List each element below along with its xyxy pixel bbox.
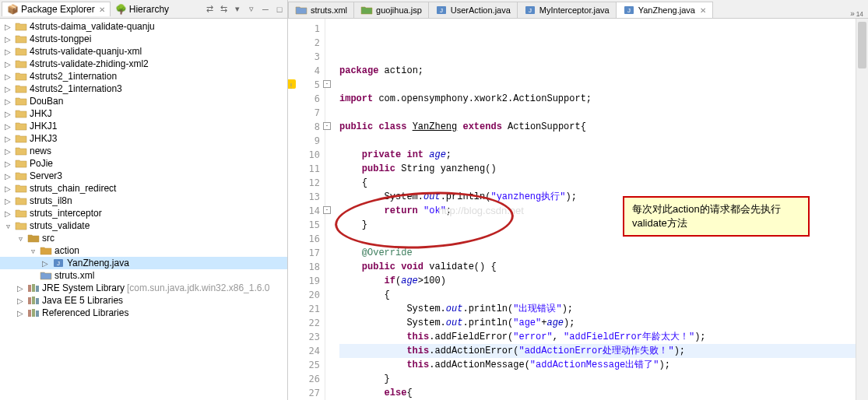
tree-item[interactable]: ▷struts_il8n	[0, 195, 287, 207]
tree-item[interactable]: ▷4struts2_1internation3	[0, 82, 287, 95]
vertical-scrollbar[interactable]	[856, 19, 868, 400]
expand-icon[interactable]: ▷	[3, 72, 12, 81]
tree-item[interactable]: ▷struts_interceptor	[0, 207, 287, 219]
editor-tab[interactable]: guojihua.jsp	[353, 2, 429, 18]
line-number: 14-	[288, 204, 320, 218]
code-line[interactable]: this.addFieldError("error", "addFieldErr…	[339, 330, 868, 344]
filter-icon[interactable]: ▾	[231, 3, 244, 16]
close-icon[interactable]: ✕	[700, 6, 706, 15]
code-line[interactable]: public void validate() {	[339, 260, 868, 274]
line-number: 17	[288, 246, 320, 260]
tree-item[interactable]: ▷PoJie	[0, 157, 287, 170]
tree-item[interactable]: ▷JHKJ1	[0, 120, 287, 132]
code-line[interactable]: this.addActionMessage("addActionMessage出…	[339, 358, 868, 372]
expand-icon[interactable]: ▷	[40, 259, 50, 268]
code-line[interactable]: }	[339, 372, 868, 386]
expand-icon[interactable]: ▷	[3, 122, 12, 131]
editor-tab[interactable]: JMyInterceptor.java	[517, 2, 617, 18]
chevron-icon: »	[850, 9, 855, 18]
expand-icon[interactable]: ▷	[3, 147, 12, 156]
code-line[interactable]: package action;	[339, 64, 868, 78]
expand-icon[interactable]: ▷	[16, 309, 25, 318]
package-icon	[40, 245, 52, 256]
code-line[interactable]: this.addActionError("addActionError处理动作失…	[339, 344, 868, 358]
tree-label: Server3	[30, 170, 62, 181]
tree-label: JRE System Library	[42, 282, 125, 293]
expand-icon[interactable]: ▷	[3, 47, 12, 56]
code-line[interactable]: private int age;	[339, 148, 868, 162]
maximize-icon[interactable]: □	[273, 3, 286, 16]
tree-item[interactable]: ▷4struts-validate-zhiding-xml2	[0, 58, 287, 70]
tab-label: struts.xml	[311, 5, 347, 15]
tree-item[interactable]: ▷4struts-validate-quanju-xml	[0, 45, 287, 58]
project-tree[interactable]: ▷4struts-daima_validate-quanju▷4struts-t…	[0, 19, 287, 400]
tree-item[interactable]: ▷JHKJ	[0, 107, 287, 120]
expand-icon[interactable]: ▷	[3, 97, 12, 106]
expand-icon[interactable]: ▷	[3, 135, 12, 143]
expand-icon[interactable]: ▷	[16, 296, 25, 305]
expand-icon[interactable]: ▷	[3, 60, 12, 68]
project-icon	[15, 33, 27, 44]
code-line[interactable]	[339, 106, 868, 120]
tree-item[interactable]: ▷struts_chain_redirect	[0, 182, 287, 195]
expand-icon[interactable]: ▷	[16, 284, 25, 293]
tree-item[interactable]: ▷DouBan	[0, 95, 287, 107]
tree-item[interactable]: ▷Referenced Libraries	[0, 307, 287, 319]
tree-item[interactable]: ▿src	[0, 232, 287, 244]
tree-item[interactable]: ▷4struts-tongpei	[0, 33, 287, 45]
tab-package-explorer[interactable]: 📦 Package Explorer ✕	[2, 2, 111, 16]
expand-icon[interactable]: ▿	[28, 247, 37, 255]
tree-item[interactable]: ▿struts_validate	[0, 219, 287, 232]
tree-item[interactable]: ▷news	[0, 145, 287, 157]
collapse-icon[interactable]: ⇄	[203, 3, 216, 16]
expand-icon[interactable]: ▷	[3, 110, 12, 118]
tree-item[interactable]: ▷Java EE 5 Libraries	[0, 294, 287, 307]
code-line[interactable]: @Override	[339, 246, 868, 260]
tree-label: 4struts2_1internation	[30, 71, 117, 82]
expand-icon[interactable]: ▿	[3, 222, 12, 230]
code-line[interactable]: else{	[339, 386, 868, 400]
tree-item[interactable]: struts.xml	[0, 269, 287, 282]
expand-icon[interactable]: ▷	[3, 172, 12, 181]
tree-item[interactable]: ▷JYanZheng.java	[0, 257, 287, 269]
code-line[interactable]: System.out.println("出现错误");	[339, 302, 868, 316]
tab-hierarchy[interactable]: 🌳 Hierarchy	[111, 2, 174, 16]
expand-icon[interactable]: ▷	[3, 23, 12, 31]
expand-icon[interactable]: ▷	[3, 160, 12, 168]
expand-icon[interactable]: ▷	[3, 35, 12, 44]
scrollbar-thumb[interactable]	[858, 22, 866, 68]
menu-icon[interactable]: ▿	[245, 3, 258, 16]
tree-item[interactable]: ▷JRE System Library [com.sun.java.jdk.wi…	[0, 282, 287, 294]
code-line[interactable]	[339, 134, 868, 148]
line-number: 1	[288, 22, 320, 36]
editor-tab[interactable]: JUserAction.java	[428, 2, 518, 18]
code-line[interactable]: if(age>100)	[339, 274, 868, 288]
code-line[interactable]: System.out.println("age"+age);	[339, 316, 868, 330]
expand-icon[interactable]: ▷	[3, 85, 12, 93]
editor-tab[interactable]: struts.xml	[288, 2, 354, 18]
code-line[interactable]: import com.opensymphony.xwork2.ActionSup…	[339, 92, 868, 106]
code-line[interactable]: public String yanzheng()	[339, 162, 868, 176]
tree-item[interactable]: ▷Server3	[0, 170, 287, 182]
editor-tab[interactable]: JYanZheng.java✕	[616, 2, 713, 18]
code-line[interactable]: {	[339, 288, 868, 302]
line-number: 27	[288, 386, 320, 400]
close-icon[interactable]: ✕	[99, 5, 105, 14]
package-explorer-panel: 📦 Package Explorer ✕ 🌳 Hierarchy ⇄ ⇆ ▾ ▿…	[0, 0, 288, 400]
tree-label: struts_il8n	[30, 195, 72, 206]
tree-item[interactable]: ▷4struts2_1internation	[0, 70, 287, 82]
tree-item[interactable]: ▷4struts-daima_validate-quanju	[0, 20, 287, 33]
minimize-icon[interactable]: ─	[259, 3, 272, 16]
code-line[interactable]: {	[339, 176, 868, 190]
expand-icon[interactable]: ▷	[3, 209, 12, 218]
tree-item[interactable]: ▷JHKJ3	[0, 132, 287, 145]
link-icon[interactable]: ⇆	[217, 3, 230, 16]
code-line[interactable]	[339, 78, 868, 92]
expand-icon[interactable]: ▷	[3, 184, 12, 193]
tab-overflow[interactable]: »14	[845, 9, 868, 18]
line-number: 19	[288, 274, 320, 288]
expand-icon[interactable]: ▿	[16, 234, 25, 243]
code-line[interactable]: public class YanZheng extends ActionSupp…	[339, 120, 868, 134]
tree-item[interactable]: ▿action	[0, 244, 287, 257]
expand-icon[interactable]: ▷	[3, 197, 12, 205]
